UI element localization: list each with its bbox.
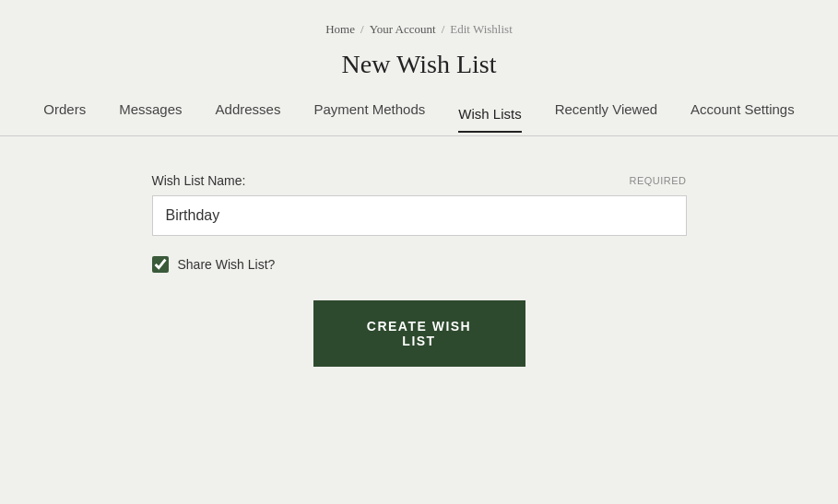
nav-item-recently-viewed[interactable]: Recently Viewed <box>555 101 657 126</box>
nav-bar: Orders Messages Addresses Payment Method… <box>0 101 838 136</box>
page-title: New Wish List <box>342 50 497 79</box>
required-badge: REQUIRED <box>629 175 686 186</box>
field-header: Wish List Name: REQUIRED <box>152 173 687 188</box>
wish-list-name-label: Wish List Name: <box>152 173 246 188</box>
wish-list-name-input[interactable] <box>152 195 687 236</box>
nav-item-wish-lists[interactable]: Wish Lists <box>458 106 521 133</box>
breadcrumb-home[interactable]: Home <box>325 22 355 37</box>
nav-item-account-settings[interactable]: Account Settings <box>690 101 795 126</box>
form-section: Wish List Name: REQUIRED Share Wish List… <box>152 173 687 367</box>
breadcrumb-sep1: / <box>360 22 364 37</box>
breadcrumb-account[interactable]: Your Account <box>370 22 436 37</box>
breadcrumb-sep2: / <box>442 22 445 37</box>
page-wrapper: Home / Your Account / Edit Wishlist New … <box>0 0 838 504</box>
checkbox-row: Share Wish List? <box>152 256 687 273</box>
nav-item-messages[interactable]: Messages <box>119 101 182 126</box>
share-wish-list-checkbox[interactable] <box>152 256 169 273</box>
breadcrumb: Home / Your Account / Edit Wishlist <box>325 22 513 37</box>
nav-item-payment-methods[interactable]: Payment Methods <box>313 101 425 126</box>
create-wish-list-button[interactable]: CREATE WISH LIST <box>313 300 525 367</box>
nav-item-orders[interactable]: Orders <box>43 101 86 126</box>
nav-item-addresses[interactable]: Addresses <box>216 101 281 126</box>
breadcrumb-current: Edit Wishlist <box>450 22 513 37</box>
share-wish-list-label: Share Wish List? <box>178 257 276 272</box>
